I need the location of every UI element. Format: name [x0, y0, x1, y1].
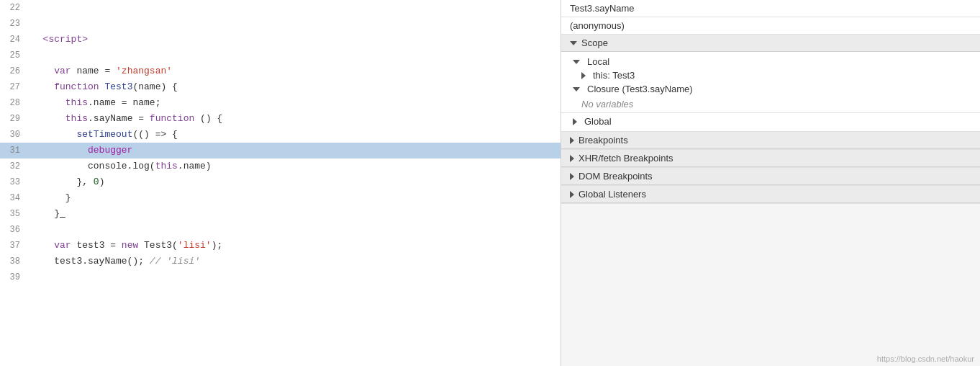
code-line-37: 37 var test3 = new Test3('lisi'); [0, 238, 561, 254]
closure-section[interactable]: Closure (Test3.sayName) [561, 82, 980, 96]
line-content-29: this.sayName = function () { [27, 111, 561, 127]
code-line-31: 31 debugger [0, 143, 561, 159]
global-section[interactable]: Global [561, 112, 980, 128]
code-line-24: 24 <script> [0, 32, 561, 48]
line-num-39: 39 [0, 269, 27, 285]
code-line-25: 25 [0, 48, 561, 63]
xhr-label: XHR/fetch Breakpoints [579, 153, 673, 164]
line-content-34: } [27, 190, 561, 206]
line-num-38: 38 [0, 254, 27, 269]
local-section[interactable]: Local [561, 55, 980, 68]
code-line-39: 39 [0, 269, 561, 285]
listeners-label: Global Listeners [579, 189, 646, 200]
breakpoints-triangle-icon [570, 137, 574, 144]
code-line-27: 27 function Test3(name) { [0, 79, 561, 95]
breakpoints-label: Breakpoints [579, 135, 628, 146]
local-triangle-icon [573, 60, 580, 64]
code-line-28: 28 this.name = name; [0, 95, 561, 111]
local-this-item[interactable]: this: Test3 [561, 68, 980, 82]
line-content-28: this.name = name; [27, 95, 561, 111]
xhr-section[interactable]: XHR/fetch Breakpoints [561, 150, 980, 168]
global-label: Global [584, 116, 612, 127]
line-content-24: <script> [27, 32, 561, 48]
line-num-23: 23 [0, 16, 27, 32]
call-stack-item-test3-sayname[interactable]: Test3.sayName [561, 0, 980, 17]
code-line-33: 33 }, 0) [0, 174, 561, 190]
line-num-29: 29 [0, 111, 27, 127]
line-num-32: 32 [0, 159, 27, 174]
code-line-23: 23 [0, 16, 561, 32]
breakpoints-header[interactable]: Breakpoints [561, 132, 980, 149]
code-line-38: 38 test3.sayName(); // 'lisi' [0, 254, 561, 269]
line-content-26: var name = 'zhangsan' [27, 63, 561, 79]
breakpoints-section[interactable]: Breakpoints [561, 132, 980, 150]
dom-header[interactable]: DOM Breakpoints [561, 168, 980, 185]
code-line-30: 30 setTimeout(() => { [0, 127, 561, 143]
global-triangle-icon [573, 118, 577, 125]
line-content-30: setTimeout(() => { [27, 127, 561, 143]
scope-triangle-icon [570, 41, 577, 45]
code-line-22: 22 [0, 0, 561, 16]
call-stack-label-1: Test3.sayName [570, 3, 635, 14]
code-line-34: 34 } [0, 190, 561, 206]
line-content-27: function Test3(name) { [27, 79, 561, 95]
this-value-label: this: Test3 [593, 70, 635, 81]
scope-header-label: Scope [581, 37, 608, 48]
this-triangle-icon [581, 72, 586, 79]
dom-label: DOM Breakpoints [579, 171, 653, 182]
listeners-header[interactable]: Global Listeners [561, 186, 980, 203]
xhr-header[interactable]: XHR/fetch Breakpoints [561, 150, 980, 167]
code-line-29: 29 this.sayName = function () { [0, 111, 561, 127]
listeners-triangle-icon [570, 191, 574, 198]
line-num-26: 26 [0, 63, 27, 79]
line-num-30: 30 [0, 127, 27, 143]
line-num-35: 35 [0, 206, 27, 222]
line-content-32: console.log(this.name) [27, 159, 561, 174]
local-label: Local [587, 56, 609, 67]
code-line-32: 32 console.log(this.name) [0, 159, 561, 174]
line-num-28: 28 [0, 95, 27, 111]
scope-tree: Local this: Test3 Closure (Test3.sayName… [561, 52, 980, 132]
code-line-36: 36 [0, 222, 561, 238]
dom-section[interactable]: DOM Breakpoints [561, 168, 980, 186]
code-lines: 22 23 24 <script> 25 26 var name = 'zhan… [0, 0, 561, 285]
code-editor: 22 23 24 <script> 25 26 var name = 'zhan… [0, 0, 561, 366]
line-num-22: 22 [0, 0, 27, 16]
line-num-27: 27 [0, 79, 27, 95]
line-content-38: test3.sayName(); // 'lisi' [27, 254, 561, 269]
code-line-35: 35 } [0, 206, 561, 222]
line-content-37: var test3 = new Test3('lisi'); [27, 238, 561, 254]
line-num-24: 24 [0, 32, 27, 48]
line-num-25: 25 [0, 48, 27, 63]
no-variables-text: No variables [561, 96, 980, 112]
scope-section-header[interactable]: Scope [561, 35, 980, 52]
closure-label: Closure (Test3.sayName) [587, 84, 693, 94]
line-num-33: 33 [0, 174, 27, 190]
line-content-33: }, 0) [27, 174, 561, 190]
xhr-triangle-icon [570, 155, 574, 162]
line-num-36: 36 [0, 222, 27, 238]
watermark: https://blog.csdn.net/haokur [877, 354, 974, 363]
listeners-section[interactable]: Global Listeners [561, 186, 980, 204]
call-stack-label-2: (anonymous) [570, 20, 625, 31]
call-stack-item-anonymous[interactable]: (anonymous) [561, 17, 980, 35]
line-num-31: 31 [0, 143, 27, 159]
closure-triangle-icon [573, 87, 580, 92]
line-num-34: 34 [0, 190, 27, 206]
scope-panel: Test3.sayName (anonymous) Scope Local th… [561, 0, 980, 366]
dom-triangle-icon [570, 173, 574, 180]
code-line-26: 26 var name = 'zhangsan' [0, 63, 561, 79]
line-content-35: } [27, 206, 561, 222]
line-num-37: 37 [0, 238, 27, 254]
line-content-31: debugger [27, 143, 561, 159]
